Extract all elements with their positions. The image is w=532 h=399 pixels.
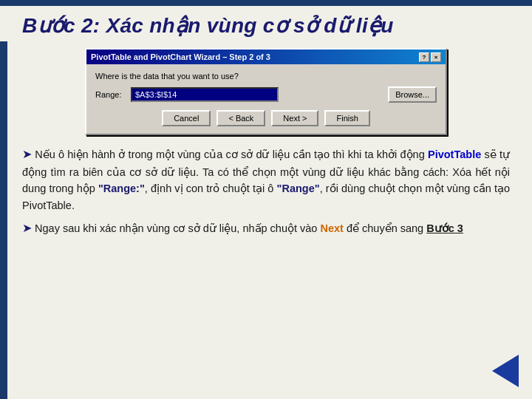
titlebar-buttons: ? × <box>419 52 441 62</box>
next-arrow-icon <box>492 355 519 387</box>
range-quote-2: "Range" <box>277 183 320 194</box>
pivot-table-highlight: PivotTable <box>428 149 481 160</box>
body-paragraph-2: ➤ Ngay sau khi xác nhận vùng cơ sở dữ li… <box>22 219 510 238</box>
range-label: Range: <box>95 90 126 99</box>
dialog-buttons: Cancel < Back Next > Finish <box>95 110 437 126</box>
dialog-titlebar: PivotTable and PivotChart Wizard – Step … <box>86 50 446 64</box>
step3-label: Bước 3 <box>426 222 463 234</box>
bullet-1: ➤ <box>22 148 32 160</box>
range-input[interactable] <box>131 87 279 102</box>
next-button[interactable]: Next > <box>271 110 318 126</box>
dialog-box: PivotTable and PivotChart Wizard – Step … <box>85 48 447 135</box>
back-button[interactable]: < Back <box>216 110 265 126</box>
browse-button[interactable]: Browse... <box>388 86 437 103</box>
close-button[interactable]: × <box>431 52 441 62</box>
dialog-area: PivotTable and PivotChart Wizard – Step … <box>22 48 510 135</box>
body2-text-before: Ngay sau khi xác nhận vùng cơ sở dữ liệu… <box>35 222 320 234</box>
cancel-button[interactable]: Cancel <box>162 110 211 126</box>
dialog-content: Where is the data that you want to use? … <box>86 64 446 134</box>
slide-title: Bước 2: Xác nhận vùng cơ sở dữ liệu <box>22 13 510 38</box>
range-quote-1: "Range:" <box>98 183 145 194</box>
dialog-title-text: PivotTable and PivotChart Wizard – Step … <box>91 52 270 61</box>
range-row: Range: Browse... <box>95 86 437 103</box>
finish-button[interactable]: Finish <box>324 110 369 126</box>
body2-text-after: để chuyển sang <box>344 222 426 234</box>
dialog-question: Where is the data that you want to use? <box>95 72 437 81</box>
body1-text-before: Nếu ô hiện hành ở trong một vùng của cơ … <box>35 149 428 160</box>
bullet-2: ➤ <box>22 222 32 234</box>
body-paragraph-1: ➤ Nếu ô hiện hành ở trong một vùng của c… <box>22 146 510 214</box>
next-highlight: Next <box>320 222 343 234</box>
help-button[interactable]: ? <box>419 52 429 62</box>
body1-text-after: , định vị con trỏ chuột tại ô <box>145 183 277 194</box>
